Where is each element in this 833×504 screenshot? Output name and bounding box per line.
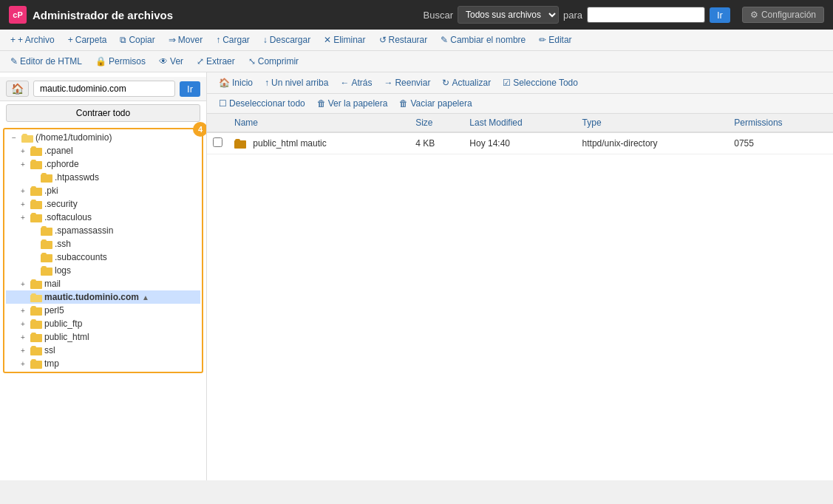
tree-item-cpanel[interactable]: + .cpanel	[6, 144, 200, 157]
restaurar-button[interactable]: ↺ Restaurar	[375, 33, 432, 47]
archivo-button[interactable]: + + Archivo	[6, 33, 59, 47]
tree-item-spamassassin[interactable]: .spamassassin	[6, 224, 200, 237]
tree-root[interactable]: − (/home1/tudominio)	[6, 131, 200, 144]
un-nivel-arriba-button[interactable]: ↑ Un nivel arriba	[260, 76, 333, 89]
tree-item-logs[interactable]: logs	[6, 264, 200, 277]
tree-item-softaculous[interactable]: + .softaculous	[6, 211, 200, 224]
col-name[interactable]: Name	[228, 114, 409, 132]
tree-item-cphorde[interactable]: + .cphorde	[6, 157, 200, 171]
empty-trash-icon: 🗑	[399, 98, 408, 109]
tree-item-perl5[interactable]: + perl5	[6, 304, 200, 317]
label-mautic: mautic.tudominio.com	[44, 292, 139, 302]
config-button[interactable]: ⚙ Configuración	[742, 7, 824, 23]
reenviar-label: Reenviar	[395, 78, 430, 88]
atras-button[interactable]: ← Atrás	[336, 76, 376, 89]
tree-item-subaccounts[interactable]: .subaccounts	[6, 251, 200, 264]
tree-item-public-ftp[interactable]: + public_ftp	[6, 317, 200, 330]
tree-item-ssl[interactable]: + ssl	[6, 344, 200, 357]
right-panel: 🏠 Inicio ↑ Un nivel arriba ← Atrás → Ree…	[207, 72, 833, 480]
folder-icon-mail	[30, 279, 42, 289]
toggle-softaculous: +	[18, 214, 28, 222]
row-checkbox-input[interactable]	[213, 137, 222, 147]
file-table-wrap: Name Size Last Modified Type Permissions…	[207, 114, 833, 480]
extract-icon: ⤢	[197, 56, 204, 67]
inicio-button[interactable]: 🏠 Inicio	[214, 76, 257, 89]
tree-item-htpasswds[interactable]: .htpasswds	[6, 171, 200, 184]
tree-item-pki[interactable]: + .pki	[6, 184, 200, 197]
ver-button[interactable]: 👁 Ver	[154, 54, 188, 69]
actualizar-button[interactable]: ↻ Actualizar	[438, 76, 495, 89]
search-para: para	[563, 10, 582, 21]
tree-item-security[interactable]: + .security	[6, 197, 200, 211]
row-checkbox[interactable]	[207, 132, 228, 154]
cargar-button[interactable]: ↑ Cargar	[211, 33, 254, 47]
root-toggle: −	[9, 134, 19, 142]
editar-button[interactable]: ✏ Editar	[534, 33, 576, 47]
toggle-public-html: +	[18, 333, 28, 341]
tree-item-ssh[interactable]: .ssh	[6, 237, 200, 251]
row-last-modified: Hoy 14:40	[463, 132, 576, 154]
cambiar-nombre-button[interactable]: ✎ Cambiar el nombre	[436, 33, 530, 47]
search-go-button[interactable]: Ir	[710, 7, 730, 23]
folder-icon-tmp	[30, 359, 42, 369]
path-go-button[interactable]: Ir	[180, 81, 200, 97]
root-folder-icon	[21, 133, 33, 143]
carpeta-label: Carpeta	[75, 35, 107, 45]
label-public-ftp: public_ftp	[44, 319, 82, 329]
collapse-all-button[interactable]: Contraer todo	[6, 104, 200, 122]
table-row[interactable]: public_html mautic 4 KB Hoy 14:40 httpd/…	[207, 132, 833, 154]
search-label: Buscar	[424, 10, 453, 21]
comprimir-button[interactable]: ⤡ Comprimir	[244, 54, 303, 69]
move-icon: ⇒	[169, 35, 176, 45]
back-icon: ←	[340, 78, 349, 88]
copiar-button[interactable]: ⧉ Copiar	[115, 33, 159, 47]
search-select[interactable]: Todos sus archivos	[458, 6, 559, 24]
extraer-label: Extraer	[206, 56, 235, 67]
vaciar-papelera-button[interactable]: 🗑 Vaciar papelera	[395, 97, 476, 110]
col-last-modified[interactable]: Last Modified	[463, 114, 576, 132]
ver-papelera-button[interactable]: 🗑 Ver la papelera	[313, 97, 392, 110]
folder-icon-spamassassin	[41, 226, 52, 236]
toolbar-row1: + + Archivo + Carpeta ⧉ Copiar ⇒ Mover ↑…	[0, 30, 833, 51]
col-permissions[interactable]: Permissions	[728, 114, 833, 132]
search-input[interactable]	[587, 7, 705, 23]
app-title: cP Administrador de archivos	[9, 6, 173, 24]
tree-item-mautic[interactable]: mautic.tudominio.com ▲	[6, 290, 200, 304]
seleccione-todo-label: Seleccione Todo	[513, 78, 578, 88]
plus-icon: +	[10, 35, 16, 45]
toggle-perl5: +	[18, 307, 28, 315]
label-ssh: .ssh	[55, 239, 71, 249]
right-toolbar1: 🏠 Inicio ↑ Un nivel arriba ← Atrás → Ree…	[207, 72, 833, 94]
file-table: Name Size Last Modified Type Permissions…	[207, 114, 833, 154]
col-type[interactable]: Type	[577, 114, 729, 132]
path-input[interactable]	[33, 81, 175, 97]
tree-item-mail[interactable]: + mail	[6, 277, 200, 290]
home-icon2: 🏠	[219, 78, 230, 88]
deseleccionar-label: Deseleccionar todo	[229, 98, 305, 109]
reenviar-button[interactable]: → Reenviar	[379, 76, 435, 89]
carpeta-button[interactable]: + Carpeta	[64, 33, 112, 47]
tree-item-public-html[interactable]: + public_html	[6, 330, 200, 344]
row-type: httpd/unix-directory	[577, 132, 729, 154]
seleccione-todo-button[interactable]: ☑ Seleccione Todo	[498, 76, 582, 89]
label-subaccounts: .subaccounts	[55, 252, 107, 262]
descargar-button[interactable]: ↓ Descargar	[259, 33, 315, 47]
row-folder-icon	[234, 139, 246, 149]
deseleccionar-todo-button[interactable]: ☐ Deseleccionar todo	[214, 97, 310, 110]
tree-item-tmp[interactable]: + tmp	[6, 357, 200, 370]
extraer-button[interactable]: ⤢ Extraer	[192, 54, 239, 69]
eliminar-button[interactable]: ✕ Eliminar	[319, 33, 370, 47]
label-cpanel: .cpanel	[44, 146, 73, 156]
home-button[interactable]: 🏠	[6, 81, 29, 97]
permisos-button[interactable]: 🔒 Permisos	[91, 54, 150, 69]
folder-icon-public-html	[30, 333, 42, 342]
label-cphorde: .cphorde	[44, 159, 79, 169]
forward-icon: →	[384, 78, 392, 88]
row-permissions: 0755	[728, 132, 833, 154]
gear-icon: ⚙	[750, 10, 758, 20]
col-size[interactable]: Size	[409, 114, 463, 132]
trash-icon: 🗑	[317, 98, 326, 109]
editor-html-button[interactable]: ✎ Editor de HTML	[6, 54, 86, 69]
mover-button[interactable]: ⇒ Mover	[164, 33, 207, 47]
editor-icon: ✎	[10, 56, 18, 67]
